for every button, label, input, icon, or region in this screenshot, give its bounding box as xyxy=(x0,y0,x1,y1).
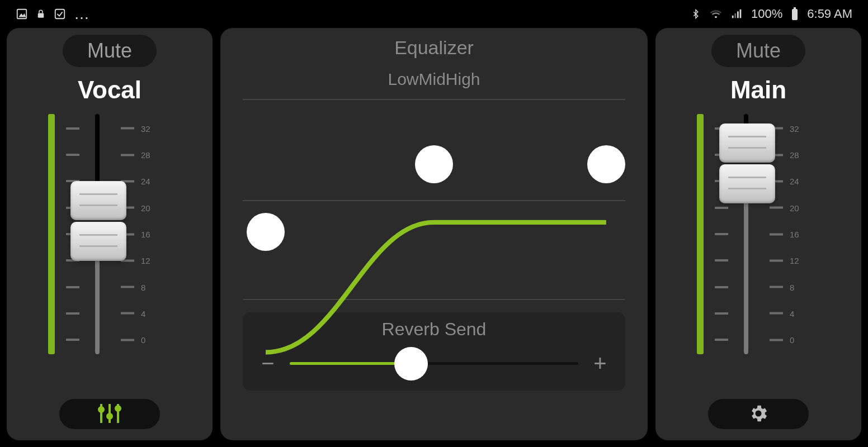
equalizer-title: Equalizer xyxy=(394,37,474,59)
svg-point-13 xyxy=(107,414,112,419)
main-fader-knob-a[interactable] xyxy=(719,123,775,163)
image-icon xyxy=(16,8,28,20)
svg-rect-4 xyxy=(732,16,734,18)
svg-rect-3 xyxy=(55,9,65,19)
channel-vocal: Mute Vocal 32 28 24 20 16 12 8 4 0 xyxy=(7,28,213,440)
clock-time: 6:59 AM xyxy=(807,7,852,21)
main-settings-button[interactable] xyxy=(708,399,809,429)
svg-rect-5 xyxy=(734,13,736,18)
gear-icon xyxy=(748,403,769,426)
reverb-slider-fill xyxy=(290,362,411,365)
channel-title-main: Main xyxy=(730,76,786,104)
eq-band-low: Low xyxy=(388,70,418,89)
eq-band-labels: Low Mid High xyxy=(388,70,480,89)
main-fader-scale: 32 28 24 20 16 12 8 4 0 xyxy=(770,114,837,354)
signal-icon xyxy=(731,8,743,20)
svg-rect-6 xyxy=(737,11,739,18)
svg-marker-1 xyxy=(19,13,26,17)
mixer-stage: Mute Vocal 32 28 24 20 16 12 8 4 0 xyxy=(0,28,868,447)
eq-band-mid: Mid xyxy=(419,70,446,89)
svg-rect-7 xyxy=(740,9,742,18)
bluetooth-icon xyxy=(691,8,701,20)
eq-band-high: High xyxy=(446,70,480,89)
sliders-icon xyxy=(97,403,122,426)
vocal-level-meter xyxy=(48,114,55,354)
eq-node-high[interactable] xyxy=(587,145,625,183)
vocal-fader-knob-a[interactable] xyxy=(70,181,126,220)
lock-icon xyxy=(36,8,46,20)
checkbox-icon xyxy=(54,8,66,20)
more-notifications-icon: … xyxy=(74,11,91,17)
main-fader-track-lower xyxy=(744,186,748,354)
reverb-slider-track[interactable] xyxy=(290,362,578,365)
battery-pct: 100% xyxy=(751,7,782,21)
svg-rect-2 xyxy=(38,13,44,18)
vocal-fader-area: 32 28 24 20 16 12 8 4 0 xyxy=(48,114,171,354)
svg-rect-9 xyxy=(794,7,796,9)
vocal-eq-open-button[interactable] xyxy=(59,399,160,429)
vocal-fader-track-lower xyxy=(95,246,100,355)
eq-node-mid[interactable] xyxy=(415,145,453,183)
svg-point-11 xyxy=(99,407,103,412)
main-fader-area: 32 28 24 20 16 12 8 4 0 xyxy=(697,114,820,354)
battery-icon xyxy=(790,7,799,21)
center-panel: Equalizer Low Mid High Reverb Send − xyxy=(220,28,648,440)
svg-point-15 xyxy=(116,406,120,411)
main-level-meter xyxy=(697,114,704,354)
svg-rect-0 xyxy=(17,9,27,19)
channel-main: Mute Main 32 28 24 20 16 12 8 4 0 xyxy=(655,28,861,440)
eq-plot xyxy=(243,99,625,300)
mute-button-vocal[interactable]: Mute xyxy=(63,35,157,67)
channel-title-vocal: Vocal xyxy=(78,76,141,104)
eq-node-low[interactable] xyxy=(247,213,285,251)
vocal-fader-scale: 32 28 24 20 16 12 8 4 0 xyxy=(121,114,188,354)
wifi-icon xyxy=(709,8,723,20)
main-fader-knob-b[interactable] xyxy=(719,164,775,203)
mute-button-main[interactable]: Mute xyxy=(711,35,805,67)
vocal-fader-knob-b[interactable] xyxy=(70,222,126,261)
status-bar: … 100% 6:59 AM xyxy=(0,0,868,28)
reverb-slider-thumb[interactable] xyxy=(394,347,428,381)
svg-rect-8 xyxy=(792,9,798,20)
